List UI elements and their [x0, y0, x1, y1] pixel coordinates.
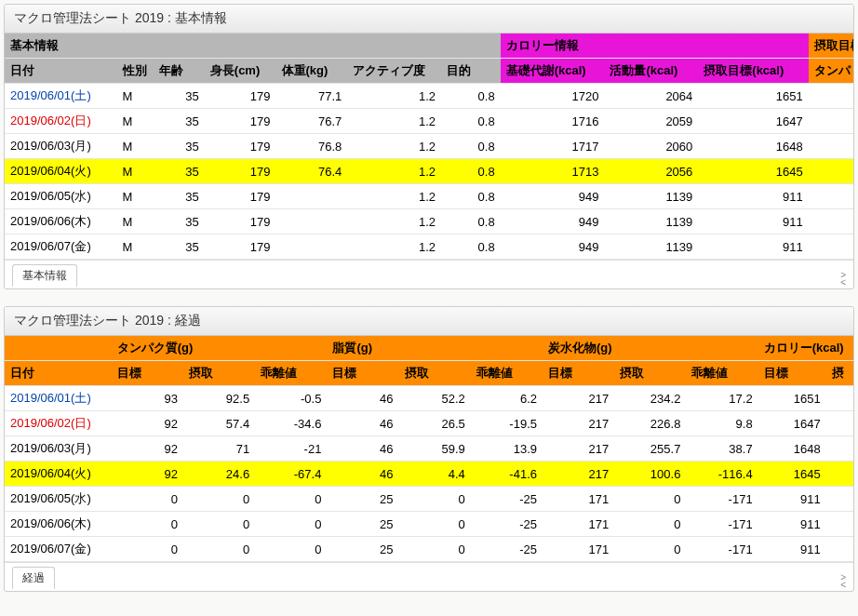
col-date-2[interactable]: 日付 [5, 361, 112, 386]
protein-intake: 0 [183, 512, 255, 537]
fat-target: 25 [327, 537, 398, 562]
table-row[interactable]: 2019/06/06(木)000250-251710-171911 [5, 512, 853, 537]
progress-table: タンパク質(g) 脂質(g) 炭水化物(g) カロリー(kcal) 日付 目標 … [5, 336, 853, 562]
header-row-2: 日付 目標 摂取 乖離値 目標 摂取 乖離値 目標 摂取 乖離値 目標 摂 [5, 361, 853, 386]
col-f-diff[interactable]: 乖離値 [471, 361, 543, 386]
fat-intake: 52.2 [399, 386, 471, 411]
fat-diff: -19.5 [471, 411, 543, 436]
carb-diff: -171 [686, 512, 757, 537]
col-protein[interactable]: タンパ [809, 59, 853, 84]
fat-diff: 13.9 [471, 436, 543, 462]
basic-table-wrap: 基本情報 カロリー情報 摂取目標 日付 性別 年齢 身長(cm) 体重(kg) … [5, 33, 853, 260]
protein-target: 92 [112, 462, 183, 487]
table-row[interactable]: 2019/06/02(日)M3517976.71.20.817162059164… [5, 109, 853, 134]
col-cal-target[interactable]: 目標 [758, 361, 826, 386]
act-kcal-cell: 2060 [604, 134, 698, 159]
col-age[interactable]: 年齢 [154, 59, 205, 84]
protein-target: 0 [112, 487, 183, 512]
fat-intake: 0 [399, 537, 471, 562]
bmr-cell: 1713 [501, 159, 605, 184]
fat-target: 46 [327, 436, 398, 462]
table-row[interactable]: 2019/06/04(火)9224.6-67.4464.4-41.6217100… [5, 462, 853, 487]
table-row[interactable]: 2019/06/03(月)9271-214659.913.9217255.738… [5, 436, 853, 462]
intake-cell [809, 209, 853, 234]
col-p-diff[interactable]: 乖離値 [255, 361, 327, 386]
cal-target: 911 [758, 487, 826, 512]
date-cell: 2019/06/02(日) [5, 411, 112, 436]
goal-cell: 1651 [698, 84, 808, 109]
col-purpose[interactable]: 目的 [441, 59, 501, 84]
date-cell: 2019/06/05(水) [5, 184, 117, 209]
goal-cell: 911 [698, 209, 808, 234]
col-c-diff[interactable]: 乖離値 [686, 361, 757, 386]
table-row[interactable]: 2019/06/05(水)M351791.20.89491139911 [5, 184, 853, 209]
table-row[interactable]: 2019/06/05(水)000250-251710-171911 [5, 487, 853, 512]
date-cell: 2019/06/07(金) [5, 537, 112, 562]
cal-target: 911 [758, 537, 826, 562]
cal-intake [826, 462, 853, 487]
tab-progress[interactable]: 経過 [12, 567, 55, 589]
fat-intake: 4.4 [399, 462, 471, 487]
protein-target: 93 [112, 386, 183, 411]
height-cell: 179 [205, 234, 276, 260]
carb-intake: 226.8 [614, 411, 686, 436]
col-bmr[interactable]: 基礎代謝(kcal) [501, 59, 605, 84]
col-c-intake[interactable]: 摂取 [614, 361, 686, 386]
protein-diff: 0 [255, 512, 327, 537]
col-goal[interactable]: 摂取目標(kcal) [698, 59, 808, 84]
carb-intake: 234.2 [614, 386, 686, 411]
age-cell: 35 [154, 234, 205, 260]
fat-target: 25 [327, 512, 398, 537]
protein-target: 0 [112, 512, 183, 537]
fat-target: 46 [327, 386, 398, 411]
col-f-intake[interactable]: 摂取 [399, 361, 471, 386]
col-activity[interactable]: アクティブ度 [347, 59, 441, 84]
col-p-intake[interactable]: 摂取 [183, 361, 255, 386]
sex-cell: M [117, 159, 154, 184]
col-height[interactable]: 身長(cm) [205, 59, 276, 84]
goal-cell: 1645 [698, 159, 808, 184]
date-cell: 2019/06/01(土) [5, 386, 112, 411]
col-weight[interactable]: 体重(kg) [276, 59, 348, 84]
date-cell: 2019/06/06(木) [5, 209, 117, 234]
age-cell: 35 [154, 159, 205, 184]
carb-target: 217 [543, 411, 614, 436]
col-act-kcal[interactable]: 活動量(kcal) [604, 59, 698, 84]
scroll-arrows-icon-2[interactable]: >< [840, 574, 846, 589]
col-f-target[interactable]: 目標 [327, 361, 398, 386]
date-cell: 2019/06/03(月) [5, 134, 117, 159]
table-row[interactable]: 2019/06/07(金)000250-251710-171911 [5, 537, 853, 562]
cal-intake [826, 537, 853, 562]
table-row[interactable]: 2019/06/01(土)9392.5-0.54652.26.2217234.2… [5, 386, 853, 411]
table-row[interactable]: 2019/06/06(木)M351791.20.89491139911 [5, 209, 853, 234]
col-date[interactable]: 日付 [5, 59, 117, 84]
sex-cell: M [117, 134, 154, 159]
sex-cell: M [117, 109, 154, 134]
table-row[interactable]: 2019/06/03(月)M3517976.81.20.817172060164… [5, 134, 853, 159]
col-cal-intake[interactable]: 摂 [826, 361, 853, 386]
date-cell: 2019/06/02(日) [5, 109, 117, 134]
table-row[interactable]: 2019/06/04(火)M3517976.41.20.817132056164… [5, 159, 853, 184]
col-sex[interactable]: 性別 [117, 59, 154, 84]
table-row[interactable]: 2019/06/02(日)9257.4-34.64626.5-19.521722… [5, 411, 853, 436]
weight-cell [276, 184, 348, 209]
col-p-target[interactable]: 目標 [112, 361, 183, 386]
scroll-arrows-icon[interactable]: >< [840, 272, 846, 287]
height-cell: 179 [205, 209, 276, 234]
table-row[interactable]: 2019/06/07(金)M351791.20.89491139911 [5, 234, 853, 260]
group-carb: 炭水化物(g) [543, 336, 758, 361]
carb-target: 171 [543, 537, 614, 562]
act-kcal-cell: 1139 [604, 234, 698, 260]
tab-basic-info[interactable]: 基本情報 [12, 264, 77, 287]
activity-cell: 1.2 [347, 184, 441, 209]
sex-cell: M [117, 84, 154, 109]
table-row[interactable]: 2019/06/01(土)M3517977.11.20.817202064165… [5, 84, 853, 109]
fat-diff: -25 [471, 537, 543, 562]
protein-diff: 0 [255, 487, 327, 512]
weight-cell: 76.4 [276, 159, 348, 184]
date-cell: 2019/06/06(木) [5, 512, 112, 537]
act-kcal-cell: 1139 [604, 184, 698, 209]
cal-target: 1645 [758, 462, 826, 487]
col-c-target[interactable]: 目標 [543, 361, 614, 386]
group-protein: タンパク質(g) [112, 336, 328, 361]
